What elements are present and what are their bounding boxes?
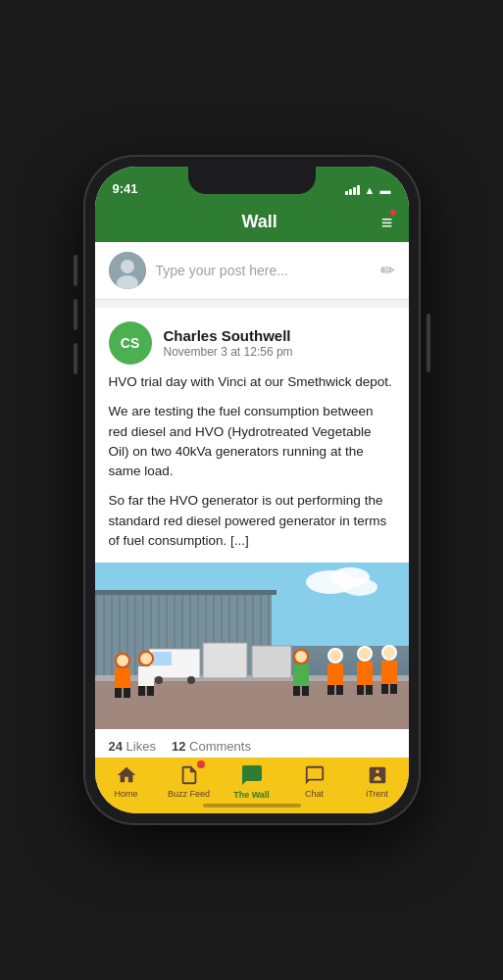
nav-item-home[interactable]: Home: [95, 764, 158, 799]
svg-rect-8: [95, 590, 277, 595]
svg-rect-63: [390, 684, 397, 694]
edit-icon[interactable]: ✏: [380, 260, 395, 281]
svg-rect-35: [252, 646, 291, 678]
post-header: CS Charles Southwell November 3 at 12:56…: [95, 308, 409, 372]
nav-item-buzzfeed[interactable]: Buzz Feed: [158, 764, 221, 799]
svg-rect-61: [381, 661, 397, 684]
nav-label-buzzfeed: Buzz Feed: [168, 789, 210, 799]
svg-point-44: [139, 652, 153, 665]
svg-rect-54: [327, 685, 334, 695]
nav-label-itrent: iTrent: [366, 789, 388, 799]
svg-rect-57: [357, 662, 373, 685]
buzzfeed-icon-wrap: [178, 764, 200, 786]
post-paragraph-1: HVO trial day with Vinci at our Smethwic…: [109, 372, 395, 392]
post-card: CS Charles Southwell November 3 at 12:56…: [95, 308, 409, 758]
svg-rect-41: [115, 668, 130, 688]
menu-button[interactable]: ≡: [381, 213, 393, 232]
post-paragraph-3: So far the HVO generator is out performi…: [109, 491, 395, 551]
post-paragraph-2: We are testing the fuel consumption betw…: [109, 402, 395, 481]
comments-stat: 12 Comments: [172, 739, 251, 754]
battery-icon: ▬: [380, 184, 391, 196]
content-area: CS Charles Southwell November 3 at 12:56…: [95, 300, 409, 758]
home-icon-wrap: [116, 764, 137, 786]
nav-item-wall[interactable]: The Wall: [221, 763, 283, 800]
post-input-bar: Type your post here... ✏: [95, 242, 409, 300]
svg-rect-47: [147, 686, 154, 696]
author-avatar: CS: [109, 321, 152, 365]
svg-rect-10: [103, 592, 105, 678]
post-text: HVO trial day with Vinci at our Smethwic…: [95, 372, 409, 551]
nav-item-itrent[interactable]: iTrent: [346, 764, 409, 799]
svg-point-39: [187, 676, 195, 684]
svg-rect-58: [357, 685, 364, 695]
svg-point-48: [294, 650, 308, 663]
svg-point-60: [382, 646, 396, 660]
svg-rect-51: [302, 686, 309, 696]
home-indicator: [203, 804, 301, 808]
svg-rect-62: [381, 684, 388, 694]
wall-icon-wrap: [240, 763, 264, 787]
svg-rect-34: [203, 643, 247, 678]
svg-point-1: [121, 260, 134, 273]
signal-bars: [345, 185, 360, 195]
itrent-icon-wrap: [367, 764, 388, 786]
likes-stat: 24 Likes: [109, 739, 156, 754]
post-input-placeholder[interactable]: Type your post here...: [156, 263, 371, 278]
svg-rect-45: [138, 666, 154, 686]
svg-rect-49: [293, 664, 309, 686]
nav-label-wall: The Wall: [233, 790, 270, 800]
menu-badge: [389, 209, 397, 217]
post-username: Charles Southwell: [164, 327, 395, 344]
svg-rect-50: [293, 686, 300, 696]
chat-icon-wrap: [304, 764, 326, 786]
svg-rect-46: [138, 686, 145, 696]
svg-rect-37: [152, 652, 172, 665]
svg-point-56: [358, 647, 372, 661]
svg-point-6: [342, 578, 377, 596]
nav-label-chat: Chat: [305, 789, 324, 799]
post-stats: 24 Likes 12 Comments: [95, 729, 409, 758]
post-image: [95, 563, 409, 729]
user-avatar: [109, 252, 146, 289]
svg-rect-59: [366, 685, 373, 695]
svg-rect-43: [124, 688, 130, 698]
svg-point-40: [116, 654, 129, 667]
status-icons: ▲ ▬: [345, 184, 391, 198]
svg-rect-53: [327, 663, 343, 685]
app-header: Wall ≡: [95, 204, 409, 242]
svg-rect-14: [134, 592, 136, 678]
nav-label-home: Home: [114, 789, 137, 799]
status-time: 9:41: [113, 181, 138, 198]
header-title: Wall: [138, 212, 381, 232]
nav-item-chat[interactable]: Chat: [283, 764, 346, 799]
post-user-info: Charles Southwell November 3 at 12:56 pm: [164, 327, 395, 359]
buzzfeed-badge: [197, 760, 205, 768]
svg-rect-9: [95, 592, 97, 678]
svg-rect-42: [115, 688, 122, 698]
svg-point-38: [155, 676, 163, 684]
wifi-icon: ▲: [365, 184, 376, 196]
svg-point-52: [328, 649, 342, 662]
svg-rect-55: [336, 685, 343, 695]
post-timestamp: November 3 at 12:56 pm: [164, 345, 395, 359]
svg-rect-11: [111, 592, 113, 678]
